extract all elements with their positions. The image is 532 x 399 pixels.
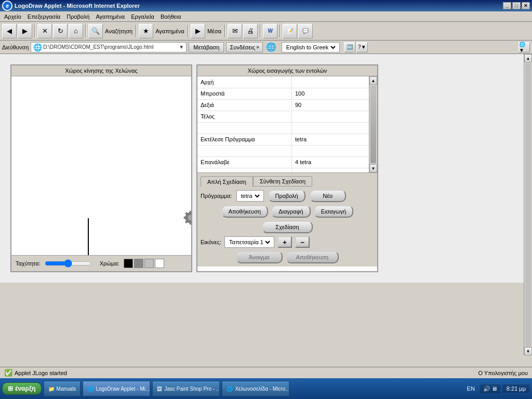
table-row [197,145,369,156]
table-scrollbar[interactable]: ▲ ▼ [369,76,377,172]
go-button[interactable]: Μετάβαση [189,42,224,52]
images-row: Εικόνες: Ταπετσαρία 1 + − [201,236,374,248]
color-black[interactable] [124,259,133,268]
favorites-button[interactable]: ★ [139,24,153,38]
favorites-label: Αγαπημένα [155,28,184,34]
stop-button[interactable]: ✕ [37,24,52,38]
scroll-up-button[interactable]: ▲ [369,76,377,85]
help-button[interactable]: ?▼ [356,42,368,52]
preview-button[interactable]: Προβολή [268,190,305,202]
new-button[interactable]: Νέο [310,190,346,202]
word-button[interactable]: W [263,24,277,38]
program-select-input[interactable]: tetra [239,192,261,200]
turtle-bottom: Ταχύτητα: Χρώμα: [11,255,191,271]
program-select[interactable]: tetra [236,190,264,202]
language-selector[interactable]: English to Greek [282,42,340,52]
ie-button[interactable]: 🌐▼ [518,42,530,52]
paint-icon: 🖼 [157,386,162,392]
minus-button[interactable]: − [295,236,310,248]
toolbar-sep-7 [280,25,281,37]
menu-tools[interactable]: Εργαλεία [128,12,157,21]
main-scroll-down[interactable]: ▼ [524,347,532,355]
toolbar-sep-6 [260,25,261,37]
turtle-panel-header: Χώρος κίνησης της Χελώνας [11,65,191,76]
taskbar-jasc[interactable]: 🖼 Jasc Paint Shop Pro - ... [152,381,220,396]
media-button[interactable]: ▶ [191,24,205,38]
images-select[interactable]: Ταπετσαρία 1 [224,236,274,248]
taskbar-manuals[interactable]: 📁 Manuals [44,381,81,396]
forward-button[interactable]: ▶ [18,24,32,38]
menu-edit[interactable]: Επεξεργασία [24,12,63,21]
svg-rect-4 [184,217,187,219]
menu-help[interactable]: Βοήθεια [157,12,184,21]
value-cell: tetra [292,134,369,145]
language-select-input[interactable]: English to Greek [284,44,337,51]
maximize-button[interactable]: □ [512,2,521,9]
images-label: Εικόνες: [201,239,221,245]
save2-button[interactable]: Αποθήκευση [286,251,339,263]
start-button[interactable]: ⊞ έναρξη [2,382,42,395]
refresh-button[interactable]: ↻ [53,24,68,38]
speed-range-input[interactable] [45,259,91,268]
status-text: Applet JLogo started [15,370,67,376]
discuss-button[interactable]: 💬 [298,24,313,38]
delete-button[interactable]: Διαγραφή [271,205,311,218]
svg-rect-3 [190,222,191,224]
taskbar: ⊞ έναρξη 📁 Manuals 🌐 LogoDraw Applet - M… [0,378,532,399]
color-white[interactable] [155,259,164,268]
address-right-buttons: 🔤 ?▼ [344,42,368,52]
taskbar-logodraw[interactable]: 🌐 LogoDraw Applet - Mi... [83,381,150,396]
toolbar: ◀ ▶ ✕ ↻ ⌂ 🔍 Αναζήτηση ★ Αγαπημένα ▶ Μέσα… [0,22,532,41]
menu-view[interactable]: Προβολή [63,12,92,21]
toolbar-sep-1 [34,25,35,37]
main-content: Χώρος κίνησης της Χελώνας [0,54,532,283]
back-button[interactable]: ◀ [2,24,17,38]
edit-button[interactable]: 📝 [283,24,297,38]
links-label: Συνδέσεις [230,44,255,50]
title-bar: e LogoDraw Applet - Microsoft Internet E… [0,0,532,11]
address-input-wrap[interactable]: 🌐 D:\DROMS\CDROM_EST\programs\JLogo.html… [31,42,187,52]
value-cell [292,122,369,134]
status-bar: ✅ Applet JLogo started Ο Υπολογιστής μου [0,367,532,378]
tab-simple-design[interactable]: Απλή Σχεδίαση [201,176,253,187]
import-button[interactable]: Εισαγωγή [314,205,354,218]
taskbar-turtle[interactable]: 🌐 Χελωνοσελίδα - Micro... [222,381,289,396]
save-button[interactable]: Αποθήκευση [221,205,268,218]
main-scrollbar[interactable]: ▲ ▼ [524,54,532,355]
images-select-input[interactable]: Ταπετσαρία 1 [227,238,272,246]
taskbar-right: EN 🔊 🖥 8:21 μμ [464,384,530,393]
minimize-button[interactable]: _ [503,2,511,9]
translate-button[interactable]: 🔤 [344,42,355,52]
command-cell: Αρχή [197,76,292,88]
network-icon: 🖥 [491,385,497,392]
address-bar: Διεύθυνση 🌐 D:\DROMS\CDROM_EST\programs\… [0,41,532,54]
command-cell: Μπροστά [197,88,292,99]
menu-file[interactable]: Αρχείο [1,12,24,21]
mail-button[interactable]: ✉ [228,24,242,38]
commands-panel-header: Χώρος εισαγωγής των εντολών [197,65,377,76]
home-button[interactable]: ⌂ [69,24,83,38]
table-row: Εκτέλεσε Πρόγραμμα tetra [197,134,369,145]
program-label: Πρόγραμμα: [201,193,232,199]
color-silver[interactable] [144,259,154,268]
command-cell: Δεξιά [197,99,292,111]
controls-area: Απλή Σχεδίαση Σύνθετη Σχεδίαση Πρόγραμμα… [197,172,377,267]
color-gray[interactable] [134,259,143,268]
open-button[interactable]: Άνοιγμα [236,251,283,263]
speed-slider[interactable] [45,259,91,268]
ie-spinning-icon: 🌐 [266,42,276,52]
main-scroll-up[interactable]: ▲ [524,54,532,62]
table-row: Αρχή [197,76,369,88]
print-button[interactable]: 🖨 [243,24,258,38]
close-button[interactable]: ✕ [522,2,530,9]
scroll-thumb[interactable] [370,86,376,163]
scroll-down-button[interactable]: ▼ [369,164,377,172]
value-cell [292,111,369,122]
design-button[interactable]: Σχεδίαση [262,221,312,233]
tab-complex-design[interactable]: Σύνθετη Σχεδίαση [253,176,312,187]
plus-button[interactable]: + [277,236,292,248]
main-scroll-thumb[interactable] [525,63,531,348]
menu-favorites[interactable]: Αγαπημένα [92,12,128,21]
links-button[interactable]: Συνδέσεις » [226,42,262,52]
search-button[interactable]: 🔍 [88,24,103,38]
